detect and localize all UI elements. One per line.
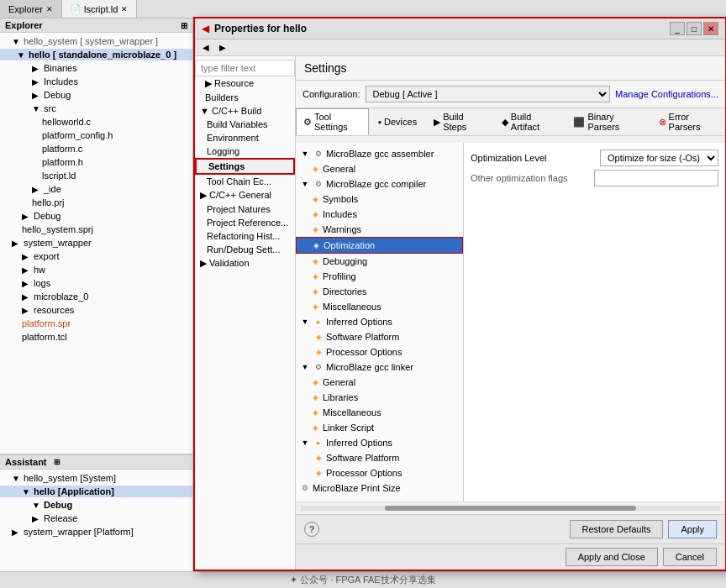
tree-item-hello-system[interactable]: ▼ hello_system [ system_wrapper ] <box>0 34 192 48</box>
tree-directories[interactable]: ◈ Directories <box>296 284 463 299</box>
tree-item-helloworld[interactable]: helloworld.c <box>0 115 192 129</box>
nav-cpp-build[interactable]: ▼ C/C++ Build <box>195 104 295 118</box>
tree-profiling[interactable]: ◈ Profiling <box>296 269 463 284</box>
nav-build-vars[interactable]: Build Variables <box>195 118 295 131</box>
restore-defaults-button[interactable]: Restore Defaults <box>570 520 664 538</box>
tree-linker-script[interactable]: ◈ Linker Script <box>296 420 463 435</box>
tree-item-hw[interactable]: ▶ hw <box>0 263 192 276</box>
tree-sw-platform-2[interactable]: ◈ Software Platform <box>296 450 463 465</box>
tree-item-lscript[interactable]: lscript.ld <box>0 169 192 182</box>
assistant-menu-icon[interactable]: ⊞ <box>54 458 60 466</box>
nav-environment[interactable]: Environment <box>195 131 295 144</box>
resources-label: resources <box>34 305 74 315</box>
tree-item-platform-c[interactable]: platform.c <box>0 142 192 155</box>
tree-gcc-compiler[interactable]: ▼ ⚙ MicroBlaze gcc compiler <box>296 176 463 192</box>
tab-tool-settings[interactable]: ⚙ Tool Settings <box>296 108 369 135</box>
nav-refactoring[interactable]: Refactoring Hist... <box>195 229 295 243</box>
nav-project-natures[interactable]: Project Natures <box>195 202 295 216</box>
tree-inferred-1[interactable]: ▼ ▸ Inferred Options <box>296 314 463 329</box>
apply-button[interactable]: Apply <box>668 520 717 538</box>
tree-item-platform-spr[interactable]: platform.spr <box>0 317 192 330</box>
tab-lscript[interactable]: 📄 lscript.ld ✕ <box>62 0 137 18</box>
tree-warnings[interactable]: ◈ Warnings <box>296 222 463 237</box>
tree-includes[interactable]: ◈ Includes <box>296 207 463 222</box>
tree-item-export[interactable]: ▶ export <box>0 249 192 263</box>
nav-logging[interactable]: Logging <box>195 144 295 158</box>
tree-symbols[interactable]: ◈ Symbols <box>296 192 463 207</box>
assistant-release[interactable]: ▶ Release <box>0 512 192 525</box>
tree-item-debug[interactable]: ▶ Debug <box>0 209 192 223</box>
tree-item-system-wrapper[interactable]: ▶ system_wrapper <box>0 236 192 249</box>
other-flags-input[interactable] <box>594 170 718 186</box>
tab-error-parsers[interactable]: ⊗ Error Parsers <box>651 108 725 135</box>
nav-settings[interactable]: Settings <box>195 158 295 175</box>
manage-configs-link[interactable]: Manage Configurations... <box>615 89 718 99</box>
tree-item-includes[interactable]: ▶ Includes <box>0 75 192 88</box>
expand-icon: ▼ <box>17 50 29 60</box>
filter-input[interactable] <box>195 60 295 76</box>
tree-debugging[interactable]: ◈ Debugging <box>296 254 463 269</box>
tree-item-platform-h[interactable]: platform.h <box>0 155 192 169</box>
tree-item-src[interactable]: ▼ src <box>0 102 192 115</box>
tree-item-platform-config[interactable]: platform_config.h <box>0 129 192 142</box>
tree-item-binaries[interactable]: ▶ Binaries <box>0 61 192 75</box>
toolbar-forward[interactable]: ▶ <box>215 41 230 54</box>
tab-build-steps[interactable]: ▶ Build Steps <box>426 108 492 135</box>
toolbar-back[interactable]: ◀ <box>198 41 213 54</box>
tab-binary-parsers[interactable]: ⬛ Binary Parsers <box>566 108 649 135</box>
tab-explorer[interactable]: Explorer ✕ <box>0 0 62 18</box>
nav-builders[interactable]: Builders <box>195 91 295 104</box>
nav-toolchain[interactable]: Tool Chain Ec... <box>195 175 295 188</box>
tree-libraries[interactable]: ◈ Libraries <box>296 390 463 405</box>
tree-misc1[interactable]: ◈ Miscellaneous <box>296 299 463 314</box>
profiling-icon: ◈ <box>309 270 321 282</box>
assistant-hello-system[interactable]: ▼ hello_system [System] <box>0 471 192 485</box>
apply-close-button[interactable]: Apply and Close <box>566 548 658 566</box>
tree-inferred-2[interactable]: ▼ ▸ Inferred Options <box>296 435 463 450</box>
tree-proc-opts-2[interactable]: ◈ Processor Options <box>296 465 463 480</box>
opt-level-select[interactable]: Optimize for size (-Os)None (-O0)Optimiz… <box>600 150 718 166</box>
tree-item-ide[interactable]: ▶ _ide <box>0 182 192 196</box>
help-icon[interactable]: ? <box>304 522 319 537</box>
tree-item-hello-sprj[interactable]: hello_system.sprj <box>0 223 192 236</box>
tree-item-hello-prj[interactable]: hello.prj <box>0 196 192 209</box>
tree-item-hello[interactable]: ▼ hello [ standalone_microblaze_0 ] <box>0 48 192 61</box>
nav-resource[interactable]: ▶ Resource <box>195 76 295 91</box>
assistant-system-wrapper[interactable]: ▶ system_wrapper [Platform] <box>0 525 192 538</box>
tab-build-artifact[interactable]: ◆ Build Artifact <box>494 108 565 135</box>
scroll-thumb[interactable] <box>385 506 636 511</box>
tree-optimization[interactable]: ◈ Optimization <box>296 237 463 254</box>
tree-proc-opts-1[interactable]: ◈ Processor Options <box>296 344 463 360</box>
nav-run-debug[interactable]: Run/Debug Sett... <box>195 243 295 256</box>
tree-gcc-assembler[interactable]: ▼ ⚙ MicroBlaze gcc assembler <box>296 146 463 161</box>
tree-gcc-linker[interactable]: ▼ ⚙ MicroBlaze gcc linker <box>296 360 463 375</box>
tree-item-resources[interactable]: ▶ resources <box>0 303 192 317</box>
expand-icon: ▶ <box>22 212 34 221</box>
system-wrapper-label: system_wrapper <box>24 238 92 248</box>
tree-item-platform-tcl[interactable]: platform.tcl <box>0 330 192 344</box>
dialog-close[interactable]: ✕ <box>703 22 718 35</box>
properties-dialog: ◀ Properties for hello _ □ ✕ ◀ ▶ ▶ Resou… <box>193 17 726 571</box>
explorer-menu-icon[interactable]: ⊞ <box>181 21 187 30</box>
dialog-minimize[interactable]: _ <box>670 22 685 35</box>
config-select[interactable]: Debug [ Active ] <box>366 86 611 102</box>
optimization-row: Optimization Level Optimize for size (-O… <box>471 150 718 166</box>
assistant-debug[interactable]: ▼ Debug <box>0 498 192 512</box>
tab-devices[interactable]: ▪ Devices <box>371 108 424 135</box>
assistant-hello-app[interactable]: ▼ hello [Application] <box>0 485 192 498</box>
tree-item-debug-folder[interactable]: ▶ Debug <box>0 88 192 102</box>
tree-linker-general[interactable]: ◈ General <box>296 375 463 390</box>
explorer-tab-close[interactable]: ✕ <box>46 5 53 13</box>
nav-cpp-general[interactable]: ▶ C/C++ General <box>195 188 295 202</box>
lscript-tab-close[interactable]: ✕ <box>121 5 128 13</box>
nav-project-ref[interactable]: Project Reference... <box>195 216 295 229</box>
dialog-maximize[interactable]: □ <box>687 22 702 35</box>
tree-item-microblaze[interactable]: ▶ microblaze_0 <box>0 290 192 303</box>
nav-validation[interactable]: ▶ Validation <box>195 256 295 270</box>
tree-item-logs[interactable]: ▶ logs <box>0 276 192 290</box>
tree-sw-platform-1[interactable]: ◈ Software Platform <box>296 329 463 344</box>
tree-misc2[interactable]: ◈ Miscellaneous <box>296 405 463 420</box>
tree-assembler-general[interactable]: ◈ General <box>296 161 463 176</box>
tree-print-size[interactable]: ⚙ MicroBlaze Print Size <box>296 480 463 496</box>
cancel-button[interactable]: Cancel <box>663 548 717 566</box>
